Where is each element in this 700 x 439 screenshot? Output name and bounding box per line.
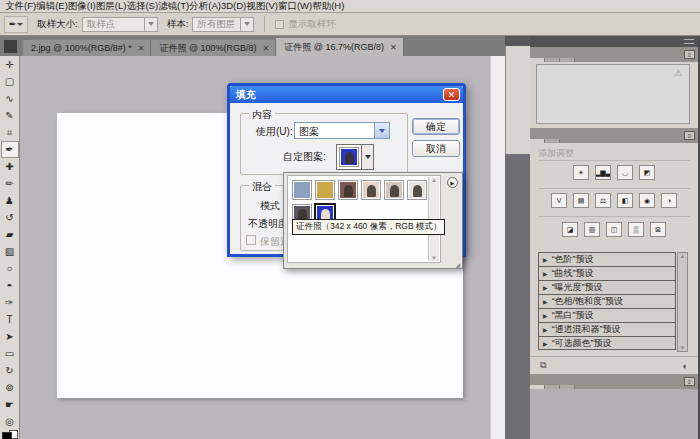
black-white-icon[interactable]: ◧ bbox=[617, 193, 633, 208]
scroll-up-icon[interactable]: ▲ bbox=[680, 253, 686, 259]
cancel-button[interactable]: 取消 bbox=[412, 140, 460, 157]
resize-grip-icon[interactable]: ◢ bbox=[455, 261, 460, 268]
move-tool[interactable]: ✛ bbox=[1, 56, 19, 73]
marquee-tool[interactable]: ▢ bbox=[1, 73, 19, 90]
sample-select[interactable]: 所有图层 bbox=[192, 17, 254, 32]
expander-icon[interactable]: ▶ bbox=[543, 312, 548, 319]
exposure-icon[interactable]: ◩ bbox=[639, 165, 655, 180]
preset-group-row[interactable]: ▶ “色阶”预设 bbox=[538, 252, 676, 266]
close-icon[interactable]: ✕ bbox=[263, 44, 270, 53]
vibrance-icon[interactable]: V bbox=[551, 193, 567, 208]
pattern-portrait-brown[interactable] bbox=[384, 180, 404, 200]
menu-item[interactable]: 3D(D) bbox=[221, 0, 246, 11]
crop-tool[interactable]: ⌗ bbox=[1, 124, 19, 141]
quick-selection-tool[interactable]: ✎ bbox=[1, 107, 19, 124]
preserve-transparency-checkbox[interactable] bbox=[246, 235, 256, 245]
document-tab[interactable]: 2.jpg @ 100%(RGB/8#) * ✕ bbox=[23, 40, 151, 56]
panel-menu-icon[interactable]: ≡ bbox=[684, 131, 695, 140]
menu-item[interactable]: 文件(F) bbox=[5, 0, 36, 11]
dodge-tool[interactable]: ◓ bbox=[1, 277, 19, 294]
color-swatches[interactable] bbox=[2, 432, 18, 439]
close-icon[interactable]: ✕ bbox=[138, 44, 145, 53]
document-tab[interactable]: 证件照 @ 16.7%(RGB/8) ✕ bbox=[276, 38, 403, 56]
scroll-down-icon[interactable]: ▼ bbox=[680, 345, 686, 351]
3d-orbit-tool[interactable]: ⊚ bbox=[1, 379, 19, 396]
flyout-menu-icon[interactable]: ▶ bbox=[447, 177, 458, 188]
sample-size-select[interactable]: 取样点 bbox=[82, 17, 158, 32]
pen-tool[interactable]: ✑ bbox=[1, 294, 19, 311]
spot-healing-brush-tool[interactable]: ✚ bbox=[1, 158, 19, 175]
dialog-title-bar[interactable]: 填充 ✕ bbox=[230, 86, 463, 103]
menu-item[interactable]: 图像(I) bbox=[68, 0, 96, 11]
foreground-color-swatch[interactable] bbox=[2, 432, 12, 439]
preset-group-row[interactable]: ▶ “色相/饱和度”预设 bbox=[538, 294, 676, 308]
menu-item[interactable]: 编辑(E) bbox=[36, 0, 68, 11]
type-tool[interactable]: T bbox=[1, 311, 19, 328]
pattern-clouds[interactable] bbox=[292, 180, 312, 200]
selective-color-icon[interactable]: ⊠ bbox=[650, 222, 666, 237]
dock-header[interactable] bbox=[505, 36, 530, 46]
panel-menu-icon[interactable]: ≡ bbox=[684, 377, 695, 386]
pattern-portrait-pale[interactable] bbox=[361, 180, 381, 200]
clone-stamp-tool[interactable]: ♟ bbox=[1, 192, 19, 209]
close-button[interactable]: ✕ bbox=[443, 88, 460, 101]
expander-icon[interactable]: ▶ bbox=[543, 256, 548, 263]
preset-group-row[interactable]: ▶ “曲线”预设 bbox=[538, 266, 676, 280]
menu-item[interactable]: 窗口(W) bbox=[278, 0, 312, 11]
hand-tool[interactable]: ☛ bbox=[1, 396, 19, 413]
gradient-tool[interactable]: ▧ bbox=[1, 243, 19, 260]
pattern-portrait-bw[interactable] bbox=[407, 180, 427, 200]
posterize-icon[interactable]: ▥ bbox=[584, 222, 600, 237]
zoom-tool[interactable]: ◎ bbox=[1, 413, 19, 430]
preset-list-scrollbar[interactable]: ▲ ▼ bbox=[677, 252, 688, 352]
custom-pattern-picker[interactable] bbox=[336, 144, 374, 170]
color-balance-icon[interactable]: ⚖ bbox=[595, 193, 611, 208]
blur-tool[interactable]: ○ bbox=[1, 260, 19, 277]
menu-item[interactable]: 分析(A) bbox=[189, 0, 221, 11]
channel-mixer-icon[interactable]: ◑ bbox=[661, 193, 677, 208]
eyedropper-tool[interactable]: ✒ bbox=[1, 141, 19, 158]
use-select[interactable]: 图案 bbox=[294, 122, 390, 139]
expander-icon[interactable]: ▶ bbox=[543, 298, 548, 305]
invert-icon[interactable]: ◪ bbox=[562, 222, 578, 237]
menu-item[interactable]: 视图(V) bbox=[246, 0, 278, 11]
preset-group-row[interactable]: ▶ “可选颜色”预设 bbox=[538, 336, 676, 350]
preset-group-row[interactable]: ▶ “黑白”预设 bbox=[538, 308, 676, 322]
panel-menu-icon[interactable]: ≡ bbox=[684, 50, 695, 59]
menu-item[interactable]: 选择(S) bbox=[126, 0, 158, 11]
gradient-map-icon[interactable]: ▒ bbox=[628, 222, 644, 237]
lasso-tool[interactable]: ∿ bbox=[1, 90, 19, 107]
preset-group-row[interactable]: ▶ “曝光度”预设 bbox=[538, 280, 676, 294]
warning-icon[interactable]: ⚠ bbox=[674, 68, 682, 78]
expander-icon[interactable]: ▶ bbox=[543, 284, 548, 291]
panel-group-header[interactable] bbox=[530, 36, 698, 47]
document-tab[interactable]: 证件照 @ 100%(RGB/8) ✕ bbox=[151, 40, 276, 56]
3d-rotate-tool[interactable]: ↻ bbox=[1, 362, 19, 379]
brightness-contrast-icon[interactable]: ☀ bbox=[573, 165, 589, 180]
close-icon[interactable]: ✕ bbox=[390, 43, 397, 52]
show-sampling-ring-checkbox[interactable] bbox=[275, 20, 284, 29]
levels-icon[interactable]: ▂▆▃ bbox=[595, 165, 611, 180]
curves-icon[interactable]: ◡ bbox=[617, 165, 633, 180]
pattern-portrait-dark-red[interactable] bbox=[338, 180, 358, 200]
menu-item[interactable]: 帮助(H) bbox=[312, 0, 344, 11]
scroll-up-icon[interactable]: ▲ bbox=[431, 177, 437, 183]
ok-button[interactable]: 确定 bbox=[412, 118, 460, 135]
history-brush-tool[interactable]: ↺ bbox=[1, 209, 19, 226]
expander-icon[interactable]: ▶ bbox=[543, 340, 548, 347]
photo-filter-icon[interactable]: ◉ bbox=[639, 193, 655, 208]
panel-options-icon[interactable]: ◐ bbox=[683, 361, 688, 371]
expanded-view-icon[interactable]: ⧉ bbox=[540, 360, 546, 371]
pattern-tiedye[interactable] bbox=[315, 180, 335, 200]
menu-item[interactable]: 图层(L) bbox=[96, 0, 127, 11]
eraser-tool[interactable]: ▰ bbox=[1, 226, 19, 243]
menu-item[interactable]: 滤镜(T) bbox=[158, 0, 189, 11]
scroll-down-icon[interactable]: ▼ bbox=[431, 255, 437, 261]
preset-group-row[interactable]: ▶ “通道混和器”预设 bbox=[538, 322, 676, 336]
brush-tool[interactable]: ✏ bbox=[1, 175, 19, 192]
hue-saturation-icon[interactable]: ▤ bbox=[573, 193, 589, 208]
path-selection-tool[interactable]: ➤ bbox=[1, 328, 19, 345]
shape-tool[interactable]: ▭ bbox=[1, 345, 19, 362]
tool-preset-button[interactable]: ✒ bbox=[4, 16, 28, 33]
threshold-icon[interactable]: ◫ bbox=[606, 222, 622, 237]
